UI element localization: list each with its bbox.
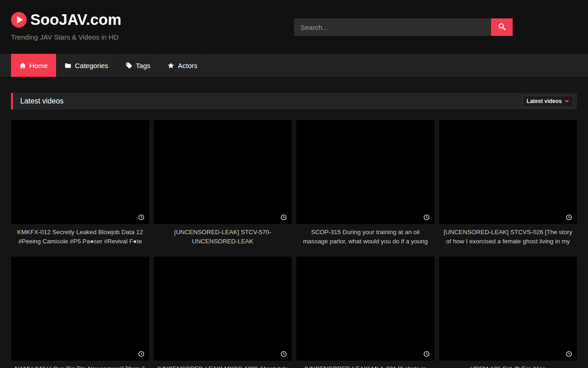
search-input[interactable] — [294, 18, 491, 36]
video-card: URSM-186 Girl @ Era Alice — [439, 257, 577, 368]
video-title[interactable]: URSM-186 Girl @ Era Alice — [441, 364, 575, 368]
video-thumbnail[interactable] — [154, 257, 292, 361]
search-icon — [498, 23, 506, 32]
video-card: [UNCENSORED-LEAK] MLA-231 [3 shots in — [296, 257, 435, 368]
video-card: [UNCENSORED-LEAK] STCVS-026 [The story o… — [439, 120, 577, 246]
video-thumbnail[interactable] — [11, 120, 149, 224]
nav-item-label: Categories — [75, 62, 108, 69]
folder-icon — [64, 62, 72, 69]
nav-item-label: Home — [29, 62, 48, 69]
nav-item-tags[interactable]: Tags — [117, 54, 159, 77]
clock-icon — [138, 214, 144, 220]
nav-item-label: Actors — [178, 62, 198, 69]
video-thumbnail[interactable] — [296, 120, 435, 224]
video-title[interactable]: [UNCENSORED-LEAK] MLA-231 [3 shots in — [299, 364, 432, 368]
video-thumbnail[interactable] — [154, 120, 292, 224]
video-card: [UNCENSORED-LEAK] MXGS-1306 Absolutely — [154, 257, 292, 368]
tag-icon — [125, 62, 133, 69]
nav-item-home[interactable]: Home — [11, 54, 56, 77]
video-card: SCOP-315 During your training at an oil … — [296, 120, 435, 246]
section-header: Latest videos Latest videos — [11, 93, 577, 109]
video-card: KMKFX-012 Secretly Leaked Blowjob Data 1… — [11, 120, 149, 246]
sort-dropdown-label: Latest videos — [526, 98, 562, 104]
clock-icon — [424, 214, 430, 220]
video-thumbnail[interactable] — [11, 257, 149, 361]
video-thumbnail[interactable] — [296, 257, 435, 361]
video-title[interactable]: [UNCENSORED-LEAK] STCVS-026 [The story o… — [441, 228, 575, 246]
main-nav: Home Categories Tags Actors — [0, 54, 588, 77]
search-button[interactable] — [491, 18, 513, 36]
main-content: Latest videos Latest videos KMKFX-012 Se… — [0, 93, 588, 368]
clock-icon — [424, 351, 430, 356]
nav-item-actors[interactable]: Actors — [159, 54, 206, 77]
section-title: Latest videos — [20, 97, 63, 105]
clock-icon — [566, 351, 572, 356]
clock-icon — [281, 351, 287, 356]
video-title[interactable]: SCOP-315 During your training at an oil … — [299, 228, 432, 246]
video-title[interactable]: [UNCENSORED-LEAK] STCV-570-UNCENSORED-LE… — [156, 228, 290, 246]
video-title[interactable]: NAMU-042 H Cup Big Tits Newcomer (170cm … — [13, 364, 147, 368]
play-icon — [11, 12, 27, 28]
video-grid: KMKFX-012 Secretly Leaked Blowjob Data 1… — [11, 120, 577, 368]
nav-item-label: Tags — [136, 62, 151, 69]
search-bar — [294, 18, 513, 36]
home-icon — [19, 62, 26, 69]
site-header: SooJAV.com Trending JAV Stars & Videos i… — [0, 0, 588, 54]
tagline: Trending JAV Stars & Videos in HD — [11, 33, 121, 41]
star-icon — [167, 62, 175, 69]
video-thumbnail[interactable] — [439, 257, 577, 361]
logo-text: SooJAV.com — [30, 11, 121, 29]
chevron-down-icon — [565, 100, 569, 103]
video-thumbnail[interactable] — [439, 120, 577, 224]
sort-dropdown[interactable]: Latest videos — [522, 96, 573, 107]
video-title[interactable]: [UNCENSORED-LEAK] MXGS-1306 Absolutely — [156, 364, 290, 368]
video-title[interactable]: KMKFX-012 Secretly Leaked Blowjob Data 1… — [13, 228, 147, 246]
clock-icon — [281, 214, 287, 220]
site-logo[interactable]: SooJAV.com — [11, 11, 121, 29]
video-card: [UNCENSORED-LEAK] STCV-570-UNCENSORED-LE… — [154, 120, 292, 246]
clock-icon — [138, 351, 144, 356]
video-card: NAMU-042 H Cup Big Tits Newcomer (170cm … — [11, 257, 149, 368]
clock-icon — [566, 214, 572, 220]
brand: SooJAV.com Trending JAV Stars & Videos i… — [11, 11, 121, 41]
nav-item-categories[interactable]: Categories — [56, 54, 117, 77]
